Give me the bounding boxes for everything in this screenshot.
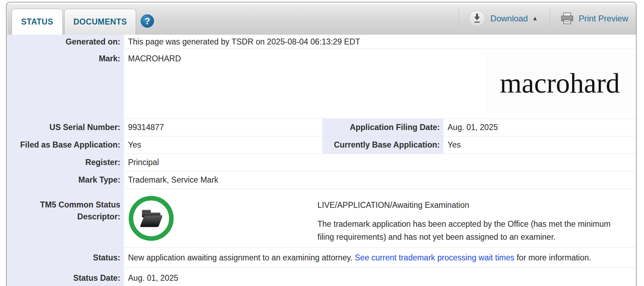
row-status: Status: New application awaiting assignm… xyxy=(7,248,636,268)
mark-type-value: Trademark, Service Mark xyxy=(124,171,636,189)
currently-base-label: Currently Base Application: xyxy=(322,136,443,154)
print-preview-label: Print Preview xyxy=(579,14,628,23)
print-preview-button[interactable]: Print Preview xyxy=(561,13,628,25)
register-value: Principal xyxy=(124,154,636,171)
status-label: Status: xyxy=(7,248,124,268)
status-text-after: for more information. xyxy=(515,253,591,262)
filed-as-base-value: Yes xyxy=(124,136,322,154)
tm5-description: The trademark application has been accep… xyxy=(317,218,619,244)
tab-documents[interactable]: DOCUMENTS xyxy=(64,9,136,35)
tm5-label: TM5 Common Status Descriptor: xyxy=(7,189,124,248)
mark-value: MACROHARD macrohard xyxy=(124,49,636,119)
tm5-status-line: LIVE/APPLICATION/Awaiting Examination xyxy=(317,200,619,210)
download-icon xyxy=(469,11,485,27)
filing-date-value: Aug. 01, 2025 xyxy=(443,119,636,136)
row-base-application: Filed as Base Application: Yes Currently… xyxy=(7,136,636,154)
currently-base-value: Yes xyxy=(443,136,636,154)
toolbar-divider xyxy=(459,8,459,29)
toolbar-divider xyxy=(550,8,550,29)
status-text: New application awaiting assignment to a… xyxy=(128,252,591,263)
help-icon[interactable]: ? xyxy=(141,14,154,28)
row-tm5-descriptor: TM5 Common Status Descriptor: LIVE/AP xyxy=(7,189,636,248)
status-date-value: Aug. 01, 2025 xyxy=(124,268,636,286)
row-generated-on: Generated on: This page was generated by… xyxy=(7,35,636,49)
register-label: Register: xyxy=(7,154,124,171)
download-label: Download xyxy=(490,14,528,23)
status-text-before: New application awaiting assignment to a… xyxy=(128,253,355,262)
tm5-text-block: LIVE/APPLICATION/Awaiting Examination Th… xyxy=(317,200,619,244)
row-serial-filing: US Serial Number: 99314877 Application F… xyxy=(7,119,636,136)
wait-times-link[interactable]: See current trademark processing wait ti… xyxy=(355,253,515,262)
tab-documents-label: DOCUMENTS xyxy=(73,17,127,27)
caret-up-icon: ▲ xyxy=(532,15,538,22)
row-status-date: Status Date: Aug. 01, 2025 xyxy=(7,268,636,286)
serial-number-value: 99314877 xyxy=(124,119,322,136)
generated-on-value: This page was generated by TSDR on 2025-… xyxy=(124,35,636,49)
question-mark-glyph: ? xyxy=(145,16,150,27)
row-mark: Mark: MACROHARD macrohard xyxy=(7,49,636,119)
tsdr-panel: STATUS DOCUMENTS ? Download ▲ xyxy=(6,2,637,286)
serial-number-label: US Serial Number: xyxy=(7,119,124,136)
mark-label: Mark: xyxy=(7,49,124,119)
filed-as-base-label: Filed as Base Application: xyxy=(7,136,124,154)
tab-status-label: STATUS xyxy=(21,17,53,27)
printer-icon xyxy=(561,13,573,25)
filing-date-label: Application Filing Date: xyxy=(322,119,443,136)
tm5-value: LIVE/APPLICATION/Awaiting Examination Th… xyxy=(124,189,636,248)
open-folder-icon xyxy=(139,208,163,229)
mark-type-label: Mark Type: xyxy=(7,171,124,189)
status-date-label: Status Date: xyxy=(7,268,124,286)
toolbar: Download ▲ Print Preview xyxy=(459,2,628,35)
row-register: Register: Principal xyxy=(7,154,636,171)
status-value: New application awaiting assignment to a… xyxy=(124,248,636,268)
generated-on-label: Generated on: xyxy=(7,35,124,49)
tm5-live-application-icon xyxy=(129,196,174,241)
download-arrow-icon xyxy=(472,13,482,24)
row-mark-type: Mark Type: Trademark, Service Mark xyxy=(7,171,636,189)
mark-text: MACROHARD xyxy=(128,54,181,63)
tab-status[interactable]: STATUS xyxy=(12,9,63,35)
tab-bar: STATUS DOCUMENTS ? Download ▲ xyxy=(7,2,636,35)
mark-logo-text: macrohard xyxy=(500,67,620,99)
mark-specimen-image: macrohard xyxy=(485,53,635,113)
download-button[interactable]: Download ▲ xyxy=(469,11,538,27)
